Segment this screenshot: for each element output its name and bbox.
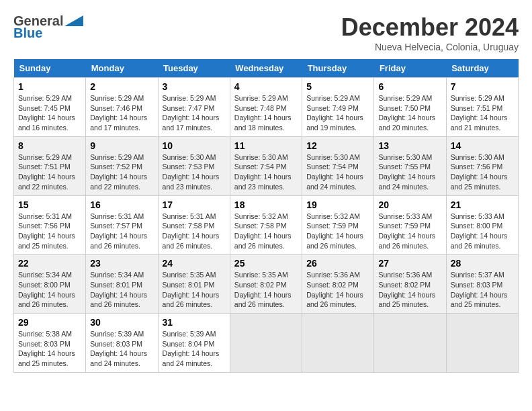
day-info: Sunrise: 5:35 AM Sunset: 8:02 PM Dayligh… — [234, 270, 298, 310]
calendar-cell: 24Sunrise: 5:35 AM Sunset: 8:01 PM Dayli… — [158, 255, 230, 314]
day-info: Sunrise: 5:32 AM Sunset: 7:59 PM Dayligh… — [306, 212, 369, 251]
day-number: 21 — [451, 199, 514, 210]
calendar-cell: 28Sunrise: 5:37 AM Sunset: 8:03 PM Dayli… — [446, 255, 518, 314]
day-info: Sunrise: 5:34 AM Sunset: 8:01 PM Dayligh… — [90, 270, 153, 310]
day-number: 7 — [451, 81, 514, 92]
day-number: 22 — [18, 258, 81, 269]
calendar-cell: 7Sunrise: 5:29 AM Sunset: 7:51 PM Daylig… — [446, 78, 518, 137]
calendar-week-3: 15Sunrise: 5:31 AM Sunset: 7:56 PM Dayli… — [14, 195, 519, 255]
calendar-header-tuesday: Tuesday — [158, 59, 230, 78]
day-info: Sunrise: 5:29 AM Sunset: 7:51 PM Dayligh… — [451, 93, 514, 133]
day-number: 12 — [306, 140, 369, 151]
calendar-cell: 15Sunrise: 5:31 AM Sunset: 7:56 PM Dayli… — [14, 195, 86, 255]
calendar-cell: 4Sunrise: 5:29 AM Sunset: 7:48 PM Daylig… — [230, 78, 302, 137]
day-info: Sunrise: 5:29 AM Sunset: 7:45 PM Dayligh… — [18, 93, 81, 133]
day-info: Sunrise: 5:32 AM Sunset: 7:58 PM Dayligh… — [234, 212, 298, 251]
day-info: Sunrise: 5:30 AM Sunset: 7:54 PM Dayligh… — [234, 152, 298, 192]
calendar-cell: 5Sunrise: 5:29 AM Sunset: 7:49 PM Daylig… — [302, 78, 374, 137]
month-title: December 2024 — [341, 13, 519, 42]
calendar-week-4: 22Sunrise: 5:34 AM Sunset: 8:00 PM Dayli… — [14, 255, 519, 314]
calendar-week-1: 1Sunrise: 5:29 AM Sunset: 7:45 PM Daylig… — [14, 78, 519, 137]
calendar-cell: 27Sunrise: 5:36 AM Sunset: 8:02 PM Dayli… — [374, 255, 446, 314]
calendar-cell: 20Sunrise: 5:33 AM Sunset: 7:59 PM Dayli… — [374, 195, 446, 255]
day-number: 20 — [378, 199, 441, 210]
calendar-week-5: 29Sunrise: 5:38 AM Sunset: 8:03 PM Dayli… — [14, 314, 519, 373]
calendar-cell: 21Sunrise: 5:33 AM Sunset: 8:00 PM Dayli… — [446, 195, 518, 255]
day-number: 24 — [163, 258, 226, 269]
calendar-cell: 10Sunrise: 5:30 AM Sunset: 7:53 PM Dayli… — [158, 136, 230, 195]
day-number: 11 — [234, 140, 298, 151]
day-number: 9 — [90, 140, 153, 151]
day-info: Sunrise: 5:35 AM Sunset: 8:01 PM Dayligh… — [163, 270, 226, 310]
calendar-cell: 6Sunrise: 5:29 AM Sunset: 7:50 PM Daylig… — [374, 78, 446, 137]
day-number: 1 — [18, 81, 81, 92]
day-info: Sunrise: 5:30 AM Sunset: 7:56 PM Dayligh… — [451, 152, 514, 192]
calendar-cell: 25Sunrise: 5:35 AM Sunset: 8:02 PM Dayli… — [230, 255, 302, 314]
day-info: Sunrise: 5:39 AM Sunset: 8:03 PM Dayligh… — [90, 329, 153, 369]
day-number: 19 — [306, 199, 369, 210]
day-info: Sunrise: 5:38 AM Sunset: 8:03 PM Dayligh… — [18, 329, 81, 369]
calendar-cell: 18Sunrise: 5:32 AM Sunset: 7:58 PM Dayli… — [230, 195, 302, 255]
day-info: Sunrise: 5:34 AM Sunset: 8:00 PM Dayligh… — [18, 270, 81, 310]
calendar-cell: 11Sunrise: 5:30 AM Sunset: 7:54 PM Dayli… — [230, 136, 302, 195]
calendar-cell: 30Sunrise: 5:39 AM Sunset: 8:03 PM Dayli… — [86, 314, 158, 373]
day-info: Sunrise: 5:30 AM Sunset: 7:53 PM Dayligh… — [163, 152, 226, 192]
day-info: Sunrise: 5:30 AM Sunset: 7:54 PM Dayligh… — [306, 152, 369, 192]
day-info: Sunrise: 5:36 AM Sunset: 8:02 PM Dayligh… — [378, 270, 441, 310]
day-number: 6 — [378, 81, 441, 92]
day-info: Sunrise: 5:29 AM Sunset: 7:51 PM Dayligh… — [18, 152, 81, 192]
calendar-header-thursday: Thursday — [302, 59, 374, 78]
day-info: Sunrise: 5:37 AM Sunset: 8:03 PM Dayligh… — [451, 270, 514, 310]
calendar-table: SundayMondayTuesdayWednesdayThursdayFrid… — [13, 59, 519, 373]
calendar-cell: 1Sunrise: 5:29 AM Sunset: 7:45 PM Daylig… — [14, 78, 86, 137]
day-info: Sunrise: 5:29 AM Sunset: 7:48 PM Dayligh… — [234, 93, 298, 133]
day-number: 31 — [163, 317, 226, 328]
day-info: Sunrise: 5:31 AM Sunset: 7:56 PM Dayligh… — [18, 212, 81, 251]
calendar-cell: 29Sunrise: 5:38 AM Sunset: 8:03 PM Dayli… — [14, 314, 86, 373]
calendar-cell: 13Sunrise: 5:30 AM Sunset: 7:55 PM Dayli… — [374, 136, 446, 195]
header: General Blue December 2024 Nueva Helveci… — [13, 13, 519, 52]
calendar-cell — [446, 314, 518, 373]
calendar-cell: 23Sunrise: 5:34 AM Sunset: 8:01 PM Dayli… — [86, 255, 158, 314]
day-number: 17 — [163, 199, 226, 210]
calendar-header-saturday: Saturday — [446, 59, 518, 78]
day-info: Sunrise: 5:29 AM Sunset: 7:50 PM Dayligh… — [378, 93, 441, 133]
day-number: 8 — [18, 140, 81, 151]
calendar-header-monday: Monday — [86, 59, 158, 78]
calendar-cell: 12Sunrise: 5:30 AM Sunset: 7:54 PM Dayli… — [302, 136, 374, 195]
day-info: Sunrise: 5:33 AM Sunset: 8:00 PM Dayligh… — [451, 212, 514, 251]
title-area: December 2024 Nueva Helvecia, Colonia, U… — [341, 13, 519, 52]
location-title: Nueva Helvecia, Colonia, Uruguay — [341, 42, 519, 52]
calendar-header-friday: Friday — [374, 59, 446, 78]
day-number: 2 — [90, 81, 153, 92]
day-number: 28 — [451, 258, 514, 269]
calendar-cell: 3Sunrise: 5:29 AM Sunset: 7:47 PM Daylig… — [158, 78, 230, 137]
calendar-cell: 31Sunrise: 5:39 AM Sunset: 8:04 PM Dayli… — [158, 314, 230, 373]
calendar-header-sunday: Sunday — [14, 59, 86, 78]
calendar-cell: 2Sunrise: 5:29 AM Sunset: 7:46 PM Daylig… — [86, 78, 158, 137]
calendar-cell — [374, 314, 446, 373]
calendar-cell: 14Sunrise: 5:30 AM Sunset: 7:56 PM Dayli… — [446, 136, 518, 195]
calendar-cell: 19Sunrise: 5:32 AM Sunset: 7:59 PM Dayli… — [302, 195, 374, 255]
day-info: Sunrise: 5:31 AM Sunset: 7:57 PM Dayligh… — [90, 212, 153, 251]
day-number: 5 — [306, 81, 369, 92]
calendar-cell: 8Sunrise: 5:29 AM Sunset: 7:51 PM Daylig… — [14, 136, 86, 195]
day-number: 16 — [90, 199, 153, 210]
day-number: 4 — [234, 81, 298, 92]
day-info: Sunrise: 5:36 AM Sunset: 8:02 PM Dayligh… — [306, 270, 369, 310]
day-number: 27 — [378, 258, 441, 269]
day-number: 3 — [163, 81, 226, 92]
calendar-cell: 17Sunrise: 5:31 AM Sunset: 7:58 PM Dayli… — [158, 195, 230, 255]
day-number: 29 — [18, 317, 81, 328]
logo: General Blue — [13, 13, 83, 40]
calendar-cell — [302, 314, 374, 373]
day-number: 13 — [378, 140, 441, 151]
day-info: Sunrise: 5:29 AM Sunset: 7:46 PM Dayligh… — [90, 93, 153, 133]
day-info: Sunrise: 5:31 AM Sunset: 7:58 PM Dayligh… — [163, 212, 226, 251]
day-info: Sunrise: 5:33 AM Sunset: 7:59 PM Dayligh… — [378, 212, 441, 251]
day-number: 15 — [18, 199, 81, 210]
day-info: Sunrise: 5:29 AM Sunset: 7:49 PM Dayligh… — [306, 93, 369, 133]
calendar-cell: 22Sunrise: 5:34 AM Sunset: 8:00 PM Dayli… — [14, 255, 86, 314]
calendar-header-row: SundayMondayTuesdayWednesdayThursdayFrid… — [14, 59, 519, 78]
logo-icon — [64, 15, 83, 26]
